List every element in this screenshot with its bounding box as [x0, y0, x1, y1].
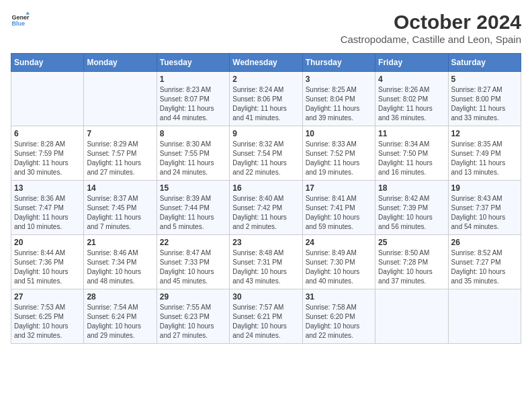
day-info: Sunrise: 8:27 AM Sunset: 8:00 PM Dayligh…: [451, 85, 518, 123]
day-number: 20: [14, 238, 81, 247]
day-info: Sunrise: 7:54 AM Sunset: 6:24 PM Dayligh…: [87, 303, 153, 340]
day-info: Sunrise: 8:23 AM Sunset: 8:07 PM Dayligh…: [160, 85, 226, 123]
day-number: 13: [14, 183, 81, 193]
day-number: 24: [306, 238, 372, 247]
calendar-cell: 1Sunrise: 8:23 AM Sunset: 8:07 PM Daylig…: [157, 72, 229, 126]
day-number: 10: [306, 129, 372, 138]
calendar-cell: 2Sunrise: 8:24 AM Sunset: 8:06 PM Daylig…: [230, 72, 302, 126]
calendar-cell: 26Sunrise: 8:52 AM Sunset: 7:27 PM Dayli…: [448, 235, 521, 289]
day-info: Sunrise: 7:58 AM Sunset: 6:20 PM Dayligh…: [306, 303, 372, 340]
day-number: 21: [87, 238, 153, 247]
header-day-wednesday: Wednesday: [230, 54, 302, 72]
day-info: Sunrise: 8:40 AM Sunset: 7:42 PM Dayligh…: [232, 194, 299, 232]
main-title: October 2024: [341, 11, 521, 34]
header-day-saturday: Saturday: [448, 54, 521, 72]
day-number: 2: [232, 75, 299, 84]
header-day-tuesday: Tuesday: [157, 54, 229, 72]
calendar-cell: 31Sunrise: 7:58 AM Sunset: 6:20 PM Dayli…: [302, 289, 375, 344]
day-info: Sunrise: 8:26 AM Sunset: 8:02 PM Dayligh…: [378, 85, 445, 123]
day-number: 8: [160, 129, 226, 138]
logo: General Blue: [11, 11, 30, 30]
calendar-cell: 29Sunrise: 7:55 AM Sunset: 6:23 PM Dayli…: [157, 289, 229, 344]
header: General Blue October 2024 Castropodame, …: [11, 11, 521, 45]
calendar-cell: 15Sunrise: 8:39 AM Sunset: 7:44 PM Dayli…: [157, 181, 229, 235]
day-number: 5: [451, 75, 518, 84]
header-day-sunday: Sunday: [11, 54, 84, 72]
calendar-header-row: SundayMondayTuesdayWednesdayThursdayFrid…: [11, 54, 521, 72]
calendar-cell: 9Sunrise: 8:32 AM Sunset: 7:54 PM Daylig…: [230, 126, 302, 181]
day-number: 17: [306, 183, 372, 193]
day-number: 4: [378, 75, 445, 84]
day-info: Sunrise: 8:24 AM Sunset: 8:06 PM Dayligh…: [232, 85, 299, 123]
calendar-body: 1Sunrise: 8:23 AM Sunset: 8:07 PM Daylig…: [11, 72, 521, 344]
calendar-cell: 5Sunrise: 8:27 AM Sunset: 8:00 PM Daylig…: [448, 72, 521, 126]
calendar-cell: 13Sunrise: 8:36 AM Sunset: 7:47 PM Dayli…: [11, 181, 84, 235]
day-info: Sunrise: 7:57 AM Sunset: 6:21 PM Dayligh…: [232, 303, 299, 340]
day-number: 25: [378, 238, 445, 247]
calendar-cell: 22Sunrise: 8:47 AM Sunset: 7:33 PM Dayli…: [157, 235, 229, 289]
calendar-week-row: 1Sunrise: 8:23 AM Sunset: 8:07 PM Daylig…: [11, 72, 521, 126]
day-number: 22: [160, 238, 226, 247]
calendar-cell: 18Sunrise: 8:42 AM Sunset: 7:39 PM Dayli…: [375, 181, 448, 235]
calendar-cell: [375, 289, 448, 344]
calendar-cell: 28Sunrise: 7:54 AM Sunset: 6:24 PM Dayli…: [84, 289, 157, 344]
day-info: Sunrise: 7:55 AM Sunset: 6:23 PM Dayligh…: [160, 303, 226, 340]
calendar-cell: 27Sunrise: 7:53 AM Sunset: 6:25 PM Dayli…: [11, 289, 84, 344]
day-info: Sunrise: 8:49 AM Sunset: 7:30 PM Dayligh…: [306, 248, 372, 286]
header-day-thursday: Thursday: [302, 54, 375, 72]
day-number: 9: [232, 129, 299, 138]
day-info: Sunrise: 8:29 AM Sunset: 7:57 PM Dayligh…: [87, 140, 153, 177]
calendar-week-row: 6Sunrise: 8:28 AM Sunset: 7:59 PM Daylig…: [11, 126, 521, 181]
calendar-table: SundayMondayTuesdayWednesdayThursdayFrid…: [11, 53, 521, 344]
day-info: Sunrise: 8:52 AM Sunset: 7:27 PM Dayligh…: [451, 248, 518, 286]
day-info: Sunrise: 8:46 AM Sunset: 7:34 PM Dayligh…: [87, 248, 153, 286]
day-number: 7: [87, 129, 153, 138]
svg-text:Blue: Blue: [11, 20, 25, 27]
day-info: Sunrise: 8:28 AM Sunset: 7:59 PM Dayligh…: [14, 140, 81, 177]
day-number: 18: [378, 183, 445, 193]
calendar-cell: 30Sunrise: 7:57 AM Sunset: 6:21 PM Dayli…: [230, 289, 302, 344]
calendar-cell: [84, 72, 157, 126]
day-info: Sunrise: 8:25 AM Sunset: 8:04 PM Dayligh…: [306, 85, 372, 123]
subtitle: Castropodame, Castille and Leon, Spain: [341, 34, 521, 45]
day-number: 3: [306, 75, 372, 84]
day-number: 28: [87, 292, 153, 302]
calendar-cell: 21Sunrise: 8:46 AM Sunset: 7:34 PM Dayli…: [84, 235, 157, 289]
day-number: 30: [232, 292, 299, 302]
day-info: Sunrise: 8:39 AM Sunset: 7:44 PM Dayligh…: [160, 194, 226, 232]
day-number: 26: [451, 238, 518, 247]
calendar-cell: 24Sunrise: 8:49 AM Sunset: 7:30 PM Dayli…: [302, 235, 375, 289]
day-number: 11: [378, 129, 445, 138]
calendar-week-row: 20Sunrise: 8:44 AM Sunset: 7:36 PM Dayli…: [11, 235, 521, 289]
day-info: Sunrise: 8:33 AM Sunset: 7:52 PM Dayligh…: [306, 140, 372, 177]
day-info: Sunrise: 8:30 AM Sunset: 7:55 PM Dayligh…: [160, 140, 226, 177]
calendar-cell: 7Sunrise: 8:29 AM Sunset: 7:57 PM Daylig…: [84, 126, 157, 181]
day-number: 1: [160, 75, 226, 84]
day-number: 29: [160, 292, 226, 302]
day-info: Sunrise: 8:32 AM Sunset: 7:54 PM Dayligh…: [232, 140, 299, 177]
calendar-cell: 4Sunrise: 8:26 AM Sunset: 8:02 PM Daylig…: [375, 72, 448, 126]
calendar-cell: [448, 289, 521, 344]
calendar-cell: 19Sunrise: 8:43 AM Sunset: 7:37 PM Dayli…: [448, 181, 521, 235]
title-area: October 2024 Castropodame, Castille and …: [341, 11, 521, 45]
calendar-cell: 12Sunrise: 8:35 AM Sunset: 7:49 PM Dayli…: [448, 126, 521, 181]
day-number: 31: [306, 292, 372, 302]
day-info: Sunrise: 8:34 AM Sunset: 7:50 PM Dayligh…: [378, 140, 445, 177]
day-number: 6: [14, 129, 81, 138]
day-info: Sunrise: 8:36 AM Sunset: 7:47 PM Dayligh…: [14, 194, 81, 232]
day-info: Sunrise: 8:37 AM Sunset: 7:45 PM Dayligh…: [87, 194, 153, 232]
day-info: Sunrise: 8:44 AM Sunset: 7:36 PM Dayligh…: [14, 248, 81, 286]
calendar-cell: 8Sunrise: 8:30 AM Sunset: 7:55 PM Daylig…: [157, 126, 229, 181]
day-number: 15: [160, 183, 226, 193]
day-number: 23: [232, 238, 299, 247]
logo-icon: General Blue: [11, 11, 30, 30]
calendar-week-row: 27Sunrise: 7:53 AM Sunset: 6:25 PM Dayli…: [11, 289, 521, 344]
calendar-cell: 6Sunrise: 8:28 AM Sunset: 7:59 PM Daylig…: [11, 126, 84, 181]
calendar-cell: 25Sunrise: 8:50 AM Sunset: 7:28 PM Dayli…: [375, 235, 448, 289]
calendar-cell: 10Sunrise: 8:33 AM Sunset: 7:52 PM Dayli…: [302, 126, 375, 181]
day-info: Sunrise: 8:50 AM Sunset: 7:28 PM Dayligh…: [378, 248, 445, 286]
calendar-cell: 20Sunrise: 8:44 AM Sunset: 7:36 PM Dayli…: [11, 235, 84, 289]
calendar-cell: [11, 72, 84, 126]
calendar-week-row: 13Sunrise: 8:36 AM Sunset: 7:47 PM Dayli…: [11, 181, 521, 235]
calendar-cell: 16Sunrise: 8:40 AM Sunset: 7:42 PM Dayli…: [230, 181, 302, 235]
